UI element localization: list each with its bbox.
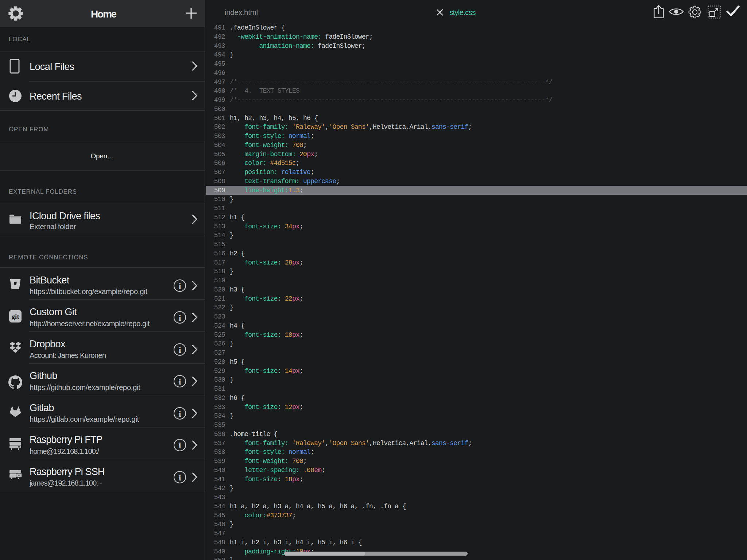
svg-text:i: i [179,281,181,291]
svg-text:i: i [179,345,181,355]
svg-text:i: i [179,441,181,450]
svg-text:git: git [11,313,19,320]
svg-text:i: i [179,313,181,323]
svg-text:i: i [179,409,181,418]
svg-text:i: i [179,473,181,482]
svg-text:i: i [179,377,181,386]
